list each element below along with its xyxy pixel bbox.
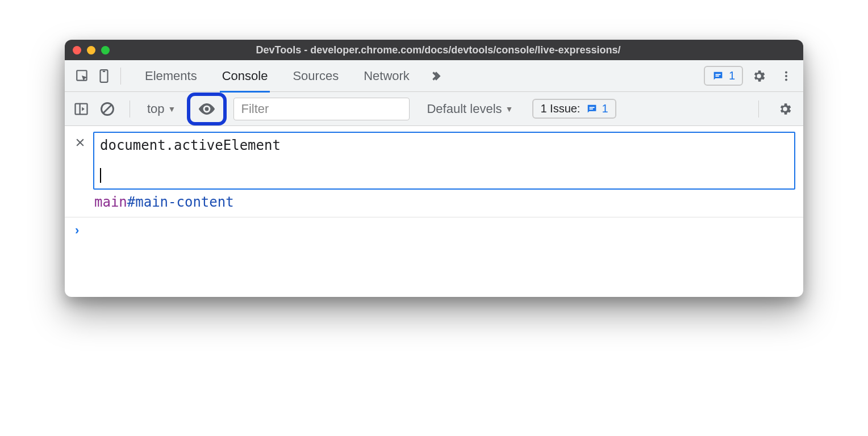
tab-elements[interactable]: Elements [132, 60, 210, 92]
live-expression-area: document.activeElement main#main-content [65, 126, 803, 217]
levels-label: Default levels [427, 102, 502, 116]
titlebar: DevTools - developer.chrome.com/docs/dev… [65, 40, 803, 60]
toggle-sidebar-button[interactable] [72, 99, 91, 119]
divider [758, 100, 759, 118]
clear-console-button[interactable] [98, 99, 117, 119]
svg-point-7 [785, 78, 787, 81]
svg-point-12 [205, 107, 209, 111]
kebab-icon [780, 70, 792, 82]
message-icon [712, 70, 724, 82]
live-expression-result[interactable]: main#main-content [93, 193, 795, 213]
chevron-down-icon: ▼ [168, 104, 176, 114]
console-prompt[interactable]: › [65, 217, 803, 297]
svg-rect-3 [715, 74, 720, 75]
tab-network[interactable]: Network [351, 60, 422, 92]
main-tabstrip: Elements Console Sources Network 1 [65, 60, 803, 92]
devtools-window: DevTools - developer.chrome.com/docs/dev… [65, 40, 803, 297]
eye-icon [197, 99, 216, 119]
close-icon [74, 137, 86, 148]
inspect-element-icon[interactable] [72, 65, 93, 87]
result-tag: main [94, 194, 127, 210]
panel-tabs: Elements Console Sources Network [132, 60, 453, 92]
context-label: top [147, 102, 165, 116]
text-cursor [100, 168, 101, 183]
clear-icon [99, 101, 115, 117]
log-levels-selector[interactable]: Default levels ▼ [422, 102, 518, 116]
device-toolbar-icon[interactable] [93, 65, 115, 87]
svg-rect-13 [590, 107, 595, 108]
svg-rect-4 [715, 76, 719, 77]
tab-sources[interactable]: Sources [280, 60, 351, 92]
more-tabs-button[interactable] [422, 69, 453, 83]
gear-icon [752, 69, 766, 83]
expression-text: document.activeElement [100, 137, 281, 153]
messages-count: 1 [729, 69, 735, 82]
issues-label: 1 Issue: [540, 102, 580, 115]
tab-console[interactable]: Console [210, 60, 281, 92]
prompt-caret-icon: › [75, 223, 79, 238]
issues-count: 1 [602, 102, 608, 115]
filter-input[interactable] [233, 98, 410, 120]
svg-rect-0 [77, 70, 86, 80]
result-selector: #main-content [127, 194, 234, 210]
window-title: DevTools - developer.chrome.com/docs/dev… [81, 44, 795, 56]
message-icon [586, 103, 598, 115]
console-toolbar: top ▼ Default levels ▼ 1 Issue: 1 [65, 92, 803, 126]
settings-button[interactable] [748, 65, 770, 87]
console-settings-button[interactable] [774, 98, 796, 120]
svg-rect-14 [590, 108, 593, 110]
divider [120, 68, 121, 85]
messages-badge[interactable]: 1 [704, 66, 743, 86]
svg-rect-8 [76, 103, 87, 114]
svg-line-11 [103, 105, 111, 113]
more-options-button[interactable] [775, 65, 798, 87]
svg-point-6 [785, 74, 787, 77]
divider [130, 100, 130, 118]
context-selector[interactable]: top ▼ [143, 102, 180, 116]
chevron-down-icon: ▼ [506, 104, 514, 114]
close-window-button[interactable] [73, 46, 81, 54]
svg-point-5 [785, 71, 787, 73]
issues-badge[interactable]: 1 Issue: 1 [532, 99, 616, 119]
remove-expression-button[interactable] [73, 135, 87, 150]
live-expression-input[interactable]: document.activeElement [93, 132, 795, 190]
gear-icon [778, 102, 792, 116]
live-expression-button[interactable] [187, 93, 227, 125]
